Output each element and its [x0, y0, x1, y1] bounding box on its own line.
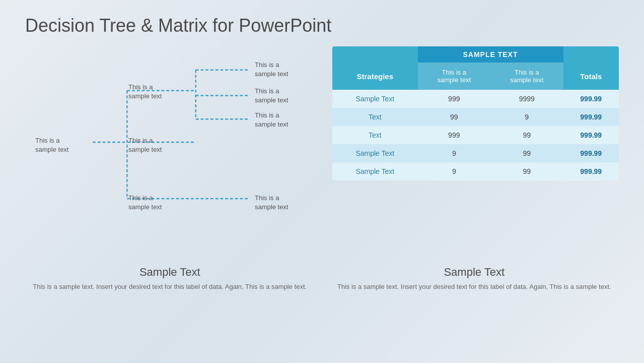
table-row: Sample Text 9 99 999.99	[332, 162, 619, 180]
strategies-header: Strategies	[332, 63, 418, 90]
bottom-right: Sample Text This is a sample text. Inser…	[330, 266, 619, 292]
tree-mid-bottom-label: This is asample text	[128, 136, 162, 154]
table-row: Sample Text 999 9999 999.99	[332, 90, 619, 108]
page-title: Decision Tree & Matrix for PowerPoint	[25, 15, 619, 36]
col-header-2: This is asample text	[490, 63, 563, 90]
cell-col1: 999	[418, 126, 490, 144]
cell-col2: 99	[490, 162, 563, 180]
cell-col1: 999	[418, 90, 490, 108]
tree-mid-extra-label: This is asample text	[128, 194, 162, 212]
header-empty-right	[563, 46, 619, 63]
cell-strategy: Text	[332, 126, 418, 144]
bottom-left-title: Sample Text	[25, 266, 315, 279]
cell-col1: 9	[418, 144, 490, 162]
cell-col2: 99	[490, 126, 563, 144]
table-row: Text 99 9 999.99	[332, 108, 619, 126]
cell-strategy: Sample Text	[332, 162, 418, 180]
cell-strategy: Sample Text	[332, 90, 418, 108]
tree-root-label: This is asample text	[35, 136, 68, 154]
bottom-left-desc: This is a sample text. Insert your desir…	[25, 282, 315, 292]
tree-branch-2: This is asample text	[255, 87, 288, 105]
bottom-right-title: Sample Text	[330, 266, 619, 279]
cell-col2: 99	[490, 144, 563, 162]
tree-branch-1: This is asample text	[255, 60, 288, 79]
totals-header: Totals	[563, 63, 619, 90]
slide: Decision Tree & Matrix for PowerPoint	[0, 0, 644, 363]
cell-strategy: Text	[332, 108, 418, 126]
tree-diagram: This is asample text This is asample tex…	[25, 46, 317, 238]
cell-total: 999.99	[563, 108, 619, 126]
cell-col1: 99	[418, 108, 490, 126]
cell-strategy: Sample Text	[332, 144, 418, 162]
table-row: Text 999 99 999.99	[332, 126, 619, 144]
header-main: SAMPLE TEXT	[418, 46, 563, 63]
bottom-left: Sample Text This is a sample text. Inser…	[25, 266, 315, 292]
cell-col2: 9	[490, 108, 563, 126]
bottom-right-desc: This is a sample text. Insert your desir…	[330, 282, 619, 292]
tree-branch-4: This is asample text	[255, 194, 288, 212]
matrix-section: SAMPLE TEXT Strategies This is asample t…	[332, 46, 619, 258]
cell-col1: 9	[418, 162, 490, 180]
tree-branch-3: This is asample text	[255, 111, 288, 129]
bottom-section: Sample Text This is a sample text. Inser…	[25, 266, 619, 292]
cell-total: 999.99	[563, 126, 619, 144]
col-header-1: This is asample text	[418, 63, 490, 90]
tree-section: This is asample text This is asample tex…	[25, 46, 317, 258]
matrix-table: SAMPLE TEXT Strategies This is asample t…	[332, 46, 619, 180]
cell-total: 999.99	[563, 90, 619, 108]
tree-mid-top-label: This is asample text	[128, 83, 162, 101]
header-empty-cell	[332, 46, 418, 63]
cell-total: 999.99	[563, 144, 619, 162]
cell-col2: 9999	[490, 90, 563, 108]
cell-total: 999.99	[563, 162, 619, 180]
table-row: Sample Text 9 99 999.99	[332, 144, 619, 162]
content-area: This is asample text This is asample tex…	[25, 46, 619, 258]
